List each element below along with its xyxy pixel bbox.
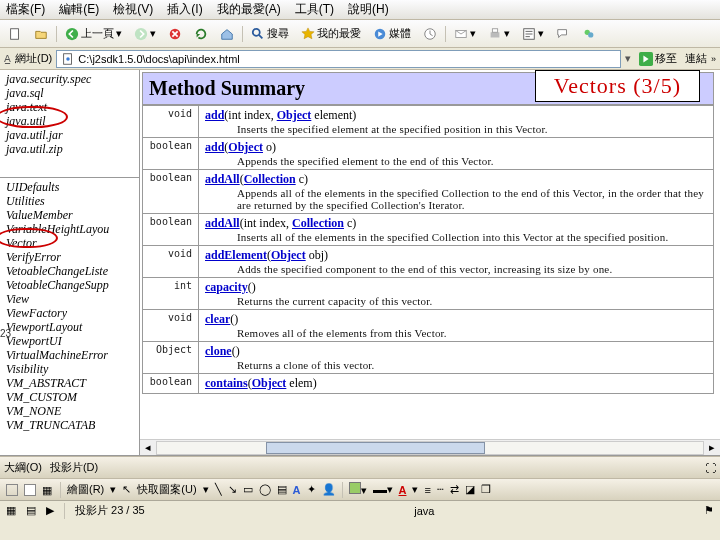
list-item[interactable]: VM_NONE: [0, 404, 139, 418]
new-button[interactable]: [4, 24, 26, 44]
list-item[interactable]: java.util: [0, 114, 139, 128]
tab-slide[interactable]: 投影片(D): [50, 460, 98, 475]
3d-icon[interactable]: ❒: [481, 483, 491, 496]
type-link[interactable]: Object: [277, 108, 312, 122]
wordart-icon[interactable]: A: [293, 484, 301, 496]
clipart-icon[interactable]: 👤: [322, 483, 336, 496]
menu-file[interactable]: 檔案(F): [6, 1, 45, 18]
oval-icon[interactable]: ◯: [259, 483, 271, 496]
method-link[interactable]: contains: [205, 376, 248, 390]
svg-rect-9: [492, 28, 497, 32]
history-button[interactable]: [419, 24, 441, 44]
method-link[interactable]: addElement: [205, 248, 267, 262]
list-item[interactable]: View: [0, 292, 139, 306]
list-item[interactable]: VM_ABSTRACT: [0, 376, 139, 390]
list-item[interactable]: VariableHeightLayou: [0, 222, 139, 236]
list-item[interactable]: java.security.spec: [0, 72, 139, 86]
method-link[interactable]: addAll: [205, 216, 240, 230]
method-link[interactable]: capacity: [205, 280, 248, 294]
go-button[interactable]: 移至: [635, 49, 681, 69]
mail-button[interactable]: ▾: [450, 24, 480, 44]
view-sorter-icon[interactable]: ▤: [26, 504, 36, 517]
fill-color[interactable]: ▾: [349, 482, 367, 497]
forward-button[interactable]: ▾: [130, 24, 160, 44]
method-link[interactable]: addAll: [205, 172, 240, 186]
menu-favorites[interactable]: 我的最愛(A): [217, 1, 281, 18]
fit-icon[interactable]: ⛶: [705, 462, 716, 474]
shadow-icon[interactable]: ◪: [465, 483, 475, 496]
line-color[interactable]: ▾: [373, 483, 393, 496]
favorites-label: 我的最愛: [317, 26, 361, 41]
autoshapes-menu[interactable]: 快取圖案(U): [137, 482, 196, 497]
thumb-number: 23: [0, 328, 11, 339]
media-button[interactable]: 媒體: [369, 24, 415, 44]
list-item[interactable]: VM_TRUNCATAB: [0, 418, 139, 432]
print-button[interactable]: ▾: [484, 24, 514, 44]
list-item[interactable]: VetoableChangeSupp: [0, 278, 139, 292]
diagram-icon[interactable]: ✦: [307, 483, 316, 496]
class-list[interactable]: UIDefaults Utilities ValueMember Variabl…: [0, 178, 139, 455]
type-link[interactable]: Collection: [292, 216, 344, 230]
textbox-icon[interactable]: ▤: [277, 483, 287, 496]
stop-button[interactable]: [164, 24, 186, 44]
list-item[interactable]: ValueMember: [0, 208, 139, 222]
list-item[interactable]: VerifyError: [0, 250, 139, 264]
list-item[interactable]: java.util.zip: [0, 142, 139, 156]
refresh-button[interactable]: [190, 24, 212, 44]
search-button[interactable]: 搜尋: [247, 24, 293, 44]
search-label: 搜尋: [267, 26, 289, 41]
home-button[interactable]: [216, 24, 238, 44]
list-item[interactable]: ViewportUI: [0, 334, 139, 348]
links-label[interactable]: 連結: [685, 51, 707, 66]
list-item[interactable]: java.sql: [0, 86, 139, 100]
package-list[interactable]: java.security.spec java.sql java.text ja…: [0, 70, 139, 178]
type-link[interactable]: Object: [252, 376, 287, 390]
line-icon[interactable]: ╲: [215, 483, 222, 496]
font-color[interactable]: A: [399, 484, 407, 496]
horizontal-scrollbar[interactable]: ◂▸: [140, 439, 720, 455]
arrow-style-icon[interactable]: ⇄: [450, 483, 459, 496]
method-link[interactable]: add: [205, 140, 224, 154]
back-button[interactable]: 上一頁▾: [61, 24, 126, 44]
open-button[interactable]: [30, 24, 52, 44]
method-description: Returns the current capacity of this vec…: [205, 295, 707, 307]
menu-insert[interactable]: 插入(I): [167, 1, 202, 18]
menu-edit[interactable]: 編輯(E): [59, 1, 99, 18]
discuss-button[interactable]: [552, 24, 574, 44]
line-style-icon[interactable]: ≡: [424, 484, 430, 496]
dash-style-icon[interactable]: ┄: [437, 483, 444, 496]
messenger-button[interactable]: [578, 24, 600, 44]
list-item[interactable]: ViewFactory: [0, 306, 139, 320]
list-item[interactable]: java.text: [0, 100, 139, 114]
svg-rect-8: [491, 32, 500, 37]
list-item[interactable]: VM_CUSTOM: [0, 390, 139, 404]
javadoc-pane[interactable]: Method Summary voidadd(int index, Object…: [140, 70, 720, 455]
type-link[interactable]: Collection: [244, 172, 296, 186]
list-item[interactable]: Vector: [0, 236, 139, 250]
list-item[interactable]: Utilities: [0, 194, 139, 208]
edit-button[interactable]: ▾: [518, 24, 548, 44]
rect-icon[interactable]: ▭: [243, 483, 253, 496]
menu-help[interactable]: 說明(H): [348, 1, 389, 18]
method-link[interactable]: clone: [205, 344, 232, 358]
list-item[interactable]: UIDefaults: [0, 180, 139, 194]
draw-menu[interactable]: 繪圖(R): [67, 482, 104, 497]
list-item[interactable]: Visibility: [0, 362, 139, 376]
menu-view[interactable]: 檢視(V): [113, 1, 153, 18]
list-item[interactable]: VetoableChangeListe: [0, 264, 139, 278]
list-item[interactable]: VirtualMachineError: [0, 348, 139, 362]
view-normal-icon[interactable]: ▦: [6, 504, 16, 517]
method-link[interactable]: add: [205, 108, 224, 122]
type-link[interactable]: Object: [271, 248, 306, 262]
type-link[interactable]: Object: [228, 140, 263, 154]
arrow-icon[interactable]: ↘: [228, 483, 237, 496]
address-field[interactable]: C:\j2sdk1.5.0\docs\api\index.html: [56, 50, 621, 68]
menu-tools[interactable]: 工具(T): [295, 1, 334, 18]
favorites-button[interactable]: 我的最愛: [297, 24, 365, 44]
list-item[interactable]: ViewportLayout: [0, 320, 139, 334]
view-show-icon[interactable]: ▶: [46, 504, 54, 517]
list-item[interactable]: java.util.jar: [0, 128, 139, 142]
method-link[interactable]: clear: [205, 312, 230, 326]
select-icon[interactable]: ↖: [122, 483, 131, 496]
tab-outline[interactable]: 大綱(O): [4, 460, 42, 475]
